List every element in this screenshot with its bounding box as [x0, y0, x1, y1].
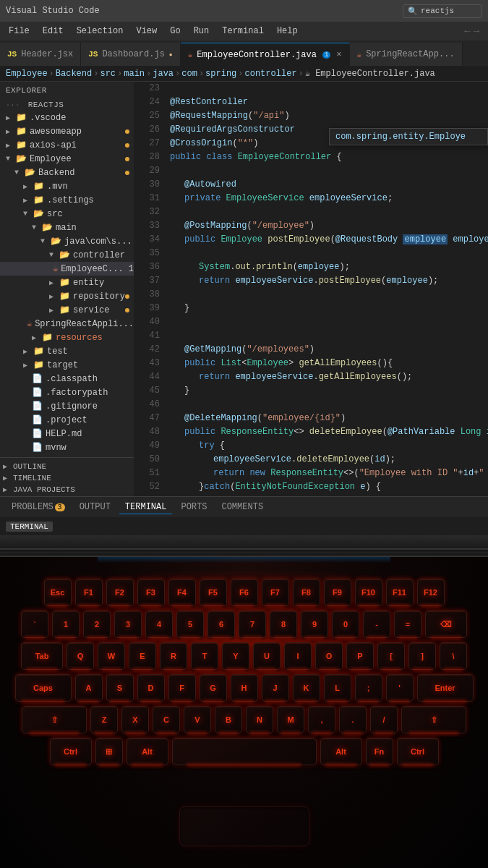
key-f7[interactable]: F7	[262, 579, 289, 606]
sidebar-item-mvn[interactable]: ▶ 📁 .mvn	[0, 179, 134, 193]
sidebar-item-axios[interactable]: ▶ 📁 axios-api	[0, 138, 134, 152]
key-m[interactable]: M	[277, 706, 304, 733]
key-b[interactable]: B	[215, 706, 242, 733]
key-w[interactable]: W	[98, 642, 125, 670]
key-tab[interactable]: Tab	[21, 642, 63, 670]
title-search[interactable]: 🔍 reactjs	[403, 4, 482, 18]
key-comma[interactable]: ,	[308, 706, 335, 733]
panel-tab-problems[interactable]: PROBLEMS3	[6, 501, 71, 514]
panel-tab-ports[interactable]: PORTS	[175, 501, 213, 514]
key-l[interactable]: L	[324, 674, 351, 702]
sidebar-item-repository[interactable]: ▶ 📁 repository	[0, 289, 134, 303]
breadcrumb-src[interactable]: src	[100, 69, 116, 79]
key-alt[interactable]: Alt	[127, 738, 168, 765]
breadcrumb-employee[interactable]: Employee	[6, 69, 48, 79]
key-equals[interactable]: =	[394, 610, 421, 638]
breadcrumb-file[interactable]: ☕ EmployeeController.java	[305, 68, 435, 79]
sidebar-item-main[interactable]: ▼ 📂 main	[0, 221, 134, 234]
key-f11[interactable]: F11	[386, 579, 414, 606]
sidebar-item-help[interactable]: 📄 HELP.md	[0, 427, 134, 441]
sidebar-maven[interactable]: ▶ MAVEN	[0, 495, 134, 496]
key-f10[interactable]: F10	[355, 579, 382, 606]
key-lshift[interactable]: ⇧	[22, 706, 87, 733]
sidebar-item-target[interactable]: ▶ 📁 target	[0, 358, 134, 372]
sidebar-item-awesomeapp[interactable]: ▶ 📁 awesomeapp	[0, 124, 134, 138]
key-6[interactable]: 6	[207, 610, 235, 638]
key-7[interactable]: 7	[239, 610, 266, 638]
sidebar-item-entity[interactable]: ▶ 📁 entity	[0, 276, 134, 289]
breadcrumb-com[interactable]: com	[181, 69, 197, 79]
key-x[interactable]: X	[121, 706, 149, 733]
sidebar-item-vscode[interactable]: ▶ 📁 .vscode	[0, 111, 134, 124]
key-backspace[interactable]: ⌫	[425, 610, 467, 638]
key-5[interactable]: 5	[176, 610, 204, 638]
key-f12[interactable]: F12	[417, 579, 445, 606]
key-lbracket[interactable]: [	[377, 642, 405, 670]
panel-tab-terminal[interactable]: TERMINAL	[119, 501, 173, 514]
sidebar-item-factorypath[interactable]: 📄 .factorypath	[0, 386, 134, 399]
key-slash[interactable]: /	[370, 706, 398, 733]
sidebar-item-classpath[interactable]: 📄 .classpath	[0, 372, 134, 386]
key-k[interactable]: K	[293, 674, 320, 702]
key-d[interactable]: D	[137, 674, 165, 702]
key-a[interactable]: A	[75, 674, 103, 702]
tab-employee-controller[interactable]: ☕ EmployeeController.java 1 ×	[181, 43, 350, 66]
key-f6[interactable]: F6	[231, 579, 258, 606]
breadcrumb-backend[interactable]: Backend	[56, 69, 92, 79]
key-f8[interactable]: F8	[293, 579, 320, 606]
key-semicolon[interactable]: ;	[355, 674, 382, 702]
key-f2[interactable]: F2	[106, 579, 134, 606]
sidebar-item-employee-controller[interactable]: ☕ EmployeeC... 1	[0, 262, 134, 276]
trackpad[interactable]	[179, 807, 309, 846]
key-space[interactable]	[172, 738, 317, 765]
menu-help[interactable]: Help	[271, 25, 304, 38]
key-period[interactable]: .	[339, 706, 367, 733]
sidebar-item-backend[interactable]: ▼ 📂 Backend	[0, 166, 134, 179]
forward-arrow[interactable]: →	[474, 25, 479, 37]
key-f3[interactable]: F3	[137, 579, 165, 606]
panel-tab-output[interactable]: OUTPUT	[74, 501, 116, 514]
tab-header[interactable]: JS Header.jsx	[0, 43, 81, 66]
key-q[interactable]: Q	[67, 642, 94, 670]
key-backtick[interactable]: `	[21, 610, 48, 638]
menu-go[interactable]: Go	[164, 25, 186, 38]
breadcrumb-java[interactable]: java	[153, 69, 174, 79]
key-8[interactable]: 8	[270, 610, 297, 638]
sidebar-item-settings[interactable]: ▶ 📁 .settings	[0, 193, 134, 207]
sidebar-java-projects[interactable]: ▶ JAVA PROJECTS	[0, 484, 134, 495]
key-2[interactable]: 2	[83, 610, 111, 638]
code-editor[interactable]: com.spring.entity.Employe 23 24 25 26 27…	[134, 82, 488, 496]
key-u[interactable]: U	[253, 642, 281, 670]
sidebar-item-java[interactable]: ▼ 📂 java\com\s...	[0, 234, 134, 248]
sidebar-item-test[interactable]: ▶ 📁 test	[0, 344, 134, 358]
key-f1[interactable]: F1	[75, 579, 103, 606]
key-h[interactable]: H	[231, 674, 258, 702]
breadcrumb-controller[interactable]: controller	[245, 69, 297, 79]
breadcrumb-spring[interactable]: spring	[205, 69, 236, 79]
sidebar-item-employee[interactable]: ▼ 📂 Employee	[0, 152, 134, 166]
key-r[interactable]: R	[160, 642, 187, 670]
key-s[interactable]: S	[106, 674, 134, 702]
key-f[interactable]: F	[168, 674, 196, 702]
menu-edit[interactable]: Edit	[37, 25, 69, 38]
key-ctrl[interactable]: Ctrl	[50, 738, 92, 765]
key-rbracket[interactable]: ]	[408, 642, 436, 670]
key-v[interactable]: V	[184, 706, 211, 733]
key-g[interactable]: G	[200, 674, 227, 702]
key-4[interactable]: 4	[145, 610, 173, 638]
close-icon[interactable]: ×	[336, 50, 341, 60]
tab-spring[interactable]: ☕ SpringReactApp...	[350, 43, 463, 66]
sidebar-item-gitignore[interactable]: 📄 .gitignore	[0, 399, 134, 413]
key-z[interactable]: Z	[90, 706, 118, 733]
menu-selection[interactable]: Selection	[71, 25, 129, 38]
sidebar-item-springapp[interactable]: ☕ SpringReactAppli...	[0, 317, 134, 331]
sidebar-item-controller[interactable]: ▼ 📂 controller	[0, 248, 134, 262]
key-win[interactable]: ⊞	[95, 738, 123, 765]
menu-run[interactable]: Run	[188, 25, 215, 38]
key-enter[interactable]: Enter	[417, 674, 474, 702]
menu-file[interactable]: File	[3, 25, 35, 38]
key-o[interactable]: O	[315, 642, 343, 670]
sidebar-item-src[interactable]: ▼ 📂 src	[0, 207, 134, 221]
key-rshift[interactable]: ⇧	[401, 706, 466, 733]
sidebar-item-mvnw[interactable]: 📄 mvnw	[0, 441, 134, 454]
